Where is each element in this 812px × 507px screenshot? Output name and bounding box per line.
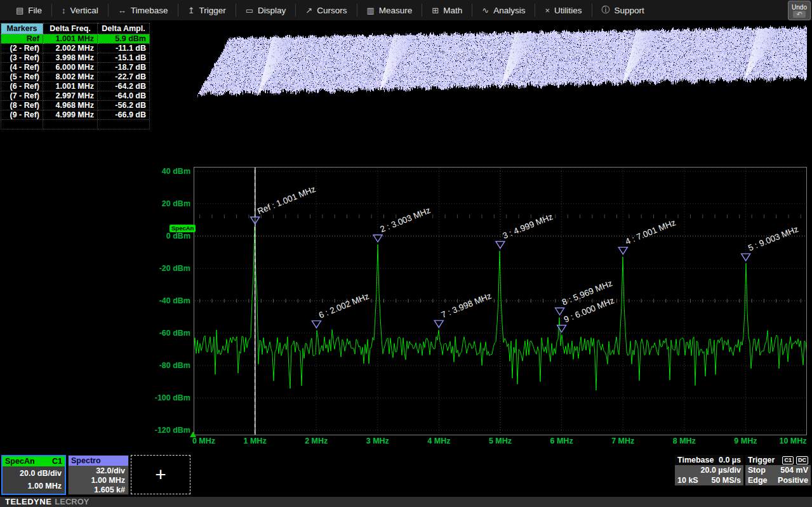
menu-bar: ▤File↕Vertical↔Timebase↥Trigger▭Display↗… [0,0,812,21]
marker-cell-empty [1,120,43,129]
marker-cell: -56.2 dB [98,101,150,110]
marker-row[interactable]: Ref1.001 MHz5.9 dBm [1,34,150,44]
marker-row[interactable]: (3 - Ref)3.998 MHz-15.1 dB [1,53,150,63]
menu-item-math[interactable]: ⊞Math [422,4,472,16]
x-tick-label: 1 MHz [244,436,267,446]
menu-item-label: Cursors [317,6,347,15]
footer-bar: TELEDYNE LECROY [0,497,812,507]
menu-item-display[interactable]: ▭Display [236,4,296,16]
menu-item-label: Trigger [199,6,226,15]
marker-cell-empty [98,120,150,129]
x-tick-label: 5 MHz [489,436,512,446]
trigger-coupling-badge: DC [796,456,808,464]
marker-triangle-8[interactable] [556,308,564,315]
timebase-offset: 0.0 µs [719,455,741,465]
menu-item-label: File [28,6,42,15]
marker-row[interactable]: (2 - Ref)2.002 MHz-11.1 dB [1,44,150,53]
peak-markers: Ref : 1.001 MHz2 : 3.003 MHz3 : 4.999 MH… [251,184,800,332]
marker-row[interactable]: (5 - Ref)8.002 MHz-22.7 dB [1,72,150,82]
menu-item-support[interactable]: ⓘSupport [592,4,654,16]
trigger-type: Edge [748,475,768,485]
spectro-title: Spectro [71,456,101,466]
marker-row[interactable]: (8 - Ref)4.968 MHz-56.2 dB [1,101,150,110]
horizontal-arrows-icon: ↔ [118,6,126,15]
marker-triangle-5[interactable] [742,254,750,261]
marker-row-empty [1,120,150,129]
display-icon: ▭ [246,6,253,15]
x-tick-label: 10 MHz [779,436,806,446]
timebase-title: Timebase [677,455,714,465]
marker-row[interactable]: (9 - Ref)4.999 MHz-66.9 dB [1,110,150,120]
spectrogram-3d-view[interactable] [194,23,807,101]
marker-triangle-4[interactable] [618,247,627,254]
marker-triangle-3[interactable] [496,241,505,248]
specan-descriptor-box[interactable]: SpecAn C1 20.0 dB/div 1.00 MHz [1,455,66,495]
specan-level-badge[interactable]: SpecAn [170,225,196,232]
marker-cell: -15.1 dB [98,53,150,63]
y-tick-label: -80 dBm [154,360,190,371]
menu-item-timebase[interactable]: ↔Timebase [108,4,178,16]
marker-cell: 1.001 MHz [43,82,98,91]
marker-row[interactable]: (4 - Ref)6.000 MHz-18.7 dB [1,63,150,72]
vertical-arrows-icon: ↕ [62,6,66,15]
timebase-per-div: 20.0 µs/div [701,465,742,475]
spectrum-plot[interactable]: Ref : 1.001 MHz2 : 3.003 MHz3 : 4.999 MH… [194,167,807,435]
x-tick-label: 6 MHz [550,436,573,446]
y-tick-label: 40 dBm [154,166,190,176]
timebase-descriptor-box[interactable]: Timebase 0.0 µs 20.0 µs/div 10 kS 50 MS/… [675,455,743,485]
undo-button[interactable]: Undo ↶ [788,1,811,20]
marker-triangle-6[interactable] [312,321,321,328]
spectro-descriptor-box[interactable]: Spectro 32.0/div 1.00 MHz 1.605 k# [68,455,129,495]
x-tick-label: 4 MHz [427,436,450,446]
info-icon: ⓘ [602,4,610,16]
x-tick-label: 9 MHz [734,436,757,446]
menu-item-measure[interactable]: ▥Measure [357,4,422,16]
marker-cell: 3.998 MHz [43,53,98,63]
marker-row[interactable]: (6 - Ref)1.001 MHz-64.2 dB [1,82,150,91]
undo-label: Undo [792,4,807,11]
trigger-position-indicator[interactable] [190,431,196,437]
marker-label-5: 5 : 9.003 MHz [747,224,800,253]
trigger-icon: ↥ [188,6,195,15]
menu-item-analysis[interactable]: ∿Analysis [472,4,535,16]
marker-triangle-Ref[interactable] [251,217,260,224]
y-tick-label: -120 dBm [154,425,190,435]
menu-item-utilities[interactable]: ×Utilities [535,4,591,16]
analysis-chart-icon: ∿ [482,6,489,15]
marker-cell: 4.968 MHz [43,101,98,110]
menu-item-label: Display [258,6,286,15]
trigger-mode: Stop [748,465,766,475]
marker-cell: (3 - Ref) [1,53,43,63]
menu-item-label: Vertical [70,6,98,15]
menu-item-label: Math [443,6,462,15]
plus-icon: + [155,464,166,485]
marker-row[interactable]: (7 - Ref)2.997 MHz-64.0 dB [1,91,150,101]
menu-item-label: Timebase [131,6,168,15]
marker-label-6: 6 : 2.002 MHz [317,291,371,320]
markers-table: MarkersDelta Freq.Delta Ampl. Ref1.001 M… [1,23,150,129]
markers-table-header-cell: Markers [1,23,43,34]
marker-cell: (6 - Ref) [1,82,43,91]
spectro-span: 1.00 MHz [71,476,125,485]
undo-icon: ↶ [793,11,805,18]
y-tick-label: -20 dBm [154,263,190,273]
trigger-descriptor-box[interactable]: Trigger C1 DC Stop 504 mV Edge Positive [745,455,811,485]
menu-item-label: Analysis [493,6,525,15]
markers-table-header: MarkersDelta Freq.Delta Ampl. [1,23,150,34]
y-tick-label: 0 dBm [154,231,190,241]
marker-cell: (5 - Ref) [1,72,43,82]
y-tick-label: -60 dBm [154,328,190,338]
marker-triangle-7[interactable] [434,320,443,327]
marker-label-Ref: Ref : 1.001 MHz [256,184,317,216]
add-trace-button[interactable]: + [131,455,190,494]
menu-item-trigger[interactable]: ↥Trigger [178,4,236,16]
trigger-source-badge: C1 [782,456,794,464]
marker-triangle-2[interactable] [373,235,382,242]
spectro-frames: 1.605 k# [71,485,125,495]
cursor-arrow-icon: ↗ [305,6,312,15]
menu-item-file[interactable]: ▤File [6,4,51,16]
menu-item-label: Measure [379,6,413,15]
menu-item-vertical[interactable]: ↕Vertical [51,4,108,16]
marker-label-7: 7 : 3.998 MHz [440,291,493,319]
menu-item-cursors[interactable]: ↗Cursors [295,4,356,16]
